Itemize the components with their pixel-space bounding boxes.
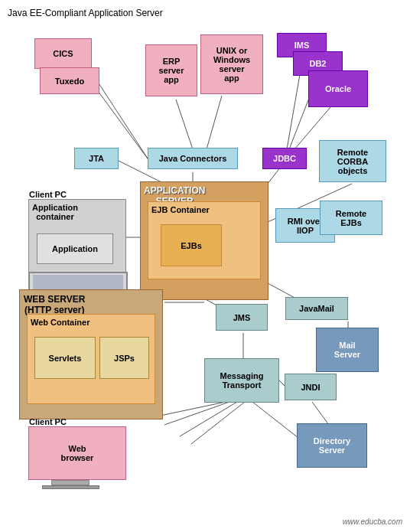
directory-server-box: Directory Server — [297, 423, 367, 468]
client-pc1-label: Client PC — [29, 190, 67, 199]
watermark: www.educba.com — [343, 517, 402, 526]
diagram-container: Java EE-Compliant Application Server CIC… — [0, 0, 410, 532]
svg-line-24 — [191, 402, 245, 444]
servlets-box: Servlets — [34, 337, 96, 379]
java-connectors-box: Java Connectors — [148, 148, 238, 169]
remote-corba-box: Remote CORBA objects — [319, 140, 386, 182]
javamail-box: JavaMail — [285, 297, 348, 320]
jndi-box: JNDI — [285, 374, 337, 400]
svg-line-23 — [180, 402, 237, 436]
unix-box: UNIX or Windows server app — [200, 34, 263, 94]
cics-box: CICS — [34, 38, 92, 69]
mail-server-box: Mail Server — [316, 328, 379, 372]
svg-line-21 — [153, 402, 226, 417]
jta-box: JTA — [74, 148, 119, 169]
client-pc2-monitor-base — [51, 480, 99, 489]
jsps-box: JSPs — [99, 337, 149, 379]
svg-line-22 — [164, 402, 229, 425]
svg-line-19 — [252, 402, 298, 438]
svg-line-20 — [312, 402, 329, 425]
svg-line-2 — [176, 100, 193, 149]
page-title: Java EE-Compliant Application Server — [8, 8, 163, 18]
client-pc2-label: Client PC — [29, 417, 67, 426]
application-box: Application — [37, 233, 113, 264]
remote-ejbs-box: Remote EJBs — [320, 201, 382, 235]
ejbs-box: EJBs — [161, 224, 222, 266]
svg-line-3 — [207, 96, 222, 149]
tuxedo-box: Tuxedo — [40, 67, 99, 94]
web-browser-box: Webbrowser — [28, 426, 126, 480]
oracle-box: Oracle — [308, 70, 368, 107]
erp-box: ERP server app — [145, 44, 197, 96]
jms-box: JMS — [216, 304, 268, 331]
messaging-transport-box: Messaging Transport — [204, 358, 279, 403]
jdbc-box: JDBC — [262, 148, 307, 169]
